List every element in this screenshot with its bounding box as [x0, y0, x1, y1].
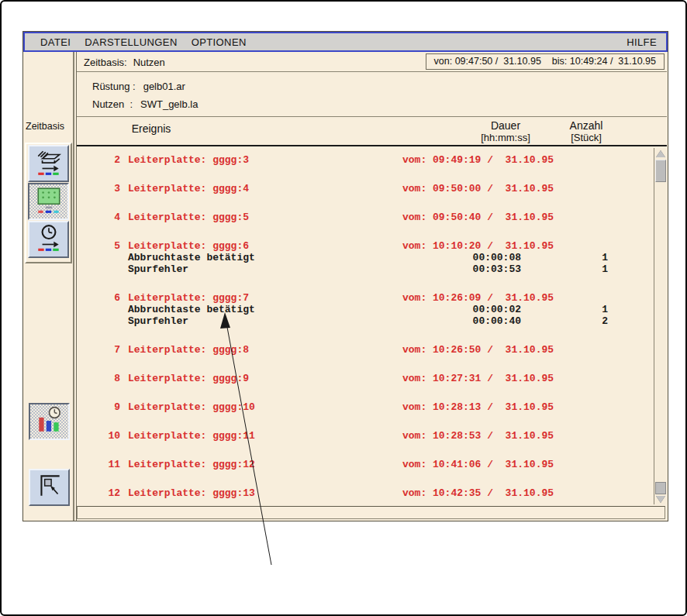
subevent-label: Spurfehler — [120, 263, 402, 275]
event-number: 11 — [77, 459, 120, 470]
event-count — [546, 373, 612, 384]
vertical-scrollbar[interactable] — [654, 148, 667, 504]
event-count — [546, 212, 612, 223]
clock-arrow-icon — [34, 223, 64, 256]
event-row[interactable]: 2 Leiterplatte: gggg:3 vom: 09:49:19 / 3… — [77, 154, 667, 166]
window-corner-icon — [35, 471, 64, 504]
event-name: Leiterplatte: gggg:10 — [120, 401, 402, 413]
event-subrow[interactable]: Abbruchtaste betätigt 00:00:08 1 — [77, 252, 667, 263]
window-restore-button[interactable] — [29, 469, 70, 506]
event-start-time: vom: 10:41:06 / 31.10.95 — [402, 459, 546, 470]
event-row[interactable]: 12 Leiterplatte: gggg:13 vom: 10:42:35 /… — [77, 487, 667, 499]
scrollbar-lower-block — [655, 482, 666, 494]
zeit-view-button[interactable] — [28, 221, 69, 258]
event-name: Leiterplatte: gggg:3 — [120, 154, 402, 166]
zeitbasis-button-group — [25, 143, 72, 263]
event-start-time: vom: 09:50:40 / 31.10.95 — [402, 212, 546, 223]
range-to: bis: 10:49:24 / 31.10.95 — [552, 56, 656, 67]
event-count — [546, 430, 612, 442]
event-start-time: vom: 09:49:19 / 31.10.95 — [402, 154, 546, 166]
event-number: 2 — [77, 154, 120, 166]
screenshot-frame: DATEI DARSTELLUNGEN OPTIONEN HILFE Zeitb… — [0, 0, 687, 616]
event-name: Leiterplatte: gggg:4 — [120, 183, 402, 194]
time-range-box: von: 09:47:50 / 31.10.95bis: 10:49:24 / … — [426, 53, 665, 70]
event-count — [546, 183, 612, 194]
statistics-button[interactable] — [29, 403, 70, 440]
event-list: 2 Leiterplatte: gggg:3 vom: 09:49:19 / 3… — [77, 148, 667, 504]
subevent-label: Spurfehler — [120, 315, 402, 327]
col-header-ereignis: Ereignis — [108, 122, 195, 135]
event-row[interactable]: 11 Leiterplatte: gggg:12 vom: 10:41:06 /… — [77, 459, 667, 470]
zeitbasis-row: Zeitbasis:Nutzen von: 09:47:50 / 31.10.9… — [77, 52, 667, 72]
menu-datei[interactable]: DATEI — [40, 36, 71, 48]
header-divider — [77, 145, 667, 146]
event-start-time: vom: 09:50:00 / 31.10.95 — [402, 183, 546, 194]
event-name: Leiterplatte: gggg:12 — [120, 459, 402, 470]
event-start-time: vom: 10:10:20 / 31.10.95 — [402, 240, 546, 252]
menu-hilfe[interactable]: HILFE — [627, 36, 657, 48]
ruestung-field: Rüstung :gelb01.ar — [92, 81, 185, 92]
event-count — [546, 344, 612, 356]
scroll-up-button[interactable] — [655, 149, 666, 159]
event-start-time: vom: 10:26:50 / 31.10.95 — [402, 344, 546, 356]
menu-darstellungen[interactable]: DARSTELLUNGEN — [85, 36, 177, 48]
event-number: 9 — [77, 401, 120, 413]
event-count — [546, 154, 612, 166]
menu-optionen[interactable]: OPTIONEN — [192, 36, 247, 48]
event-start-time: vom: 10:27:31 / 31.10.95 — [402, 373, 546, 384]
nutzen-view-button[interactable] — [28, 183, 69, 220]
event-number: 12 — [77, 487, 120, 499]
event-subrow[interactable]: Spurfehler 00:00:40 2 — [77, 315, 667, 327]
event-start-time: vom: 10:28:53 / 31.10.95 — [402, 430, 546, 442]
subevent-count: 1 — [546, 263, 612, 275]
zeitbasis-field: Zeitbasis:Nutzen — [84, 57, 165, 68]
event-count — [546, 292, 612, 304]
event-count — [546, 401, 612, 413]
app-window: DATEI DARSTELLUNGEN OPTIONEN HILFE Zeitb… — [22, 31, 668, 521]
status-bar — [77, 506, 665, 519]
subevent-duration: 00:03:53 — [402, 263, 546, 275]
event-row[interactable]: 5 Leiterplatte: gggg:6 vom: 10:10:20 / 3… — [77, 240, 667, 252]
event-number: 4 — [77, 212, 120, 223]
event-count — [546, 459, 612, 470]
pcb-board-icon — [34, 185, 64, 218]
subevent-count: 2 — [546, 315, 612, 327]
event-row[interactable]: 7 Leiterplatte: gggg:8 vom: 10:26:50 / 3… — [77, 344, 667, 356]
event-number: 3 — [77, 183, 120, 194]
event-name: Leiterplatte: gggg:11 — [120, 430, 402, 442]
scroll-down-button[interactable] — [655, 494, 666, 504]
event-row[interactable]: 3 Leiterplatte: gggg:4 vom: 09:50:00 / 3… — [77, 183, 667, 194]
event-row[interactable]: 8 Leiterplatte: gggg:9 vom: 10:27:31 / 3… — [77, 373, 667, 384]
event-row[interactable]: 4 Leiterplatte: gggg:5 vom: 09:50:40 / 3… — [77, 212, 667, 223]
subevent-label: Abbruchtaste betätigt — [120, 304, 402, 315]
menu-bar: DATEI DARSTELLUNGEN OPTIONEN HILFE — [23, 32, 668, 52]
event-number: 7 — [77, 344, 120, 356]
subevent-count: 1 — [546, 252, 612, 263]
ruestung-view-button[interactable] — [28, 145, 69, 182]
scrollbar-thumb[interactable] — [655, 160, 666, 182]
event-name: Leiterplatte: gggg:6 — [120, 240, 402, 252]
up-arrow-icon — [656, 150, 665, 157]
event-name: Leiterplatte: gggg:5 — [120, 212, 402, 223]
event-subrow[interactable]: Spurfehler 00:03:53 1 — [77, 263, 667, 275]
event-start-time: vom: 10:42:35 / 31.10.95 — [402, 487, 546, 499]
event-number: 5 — [77, 240, 120, 252]
event-subrow[interactable]: Abbruchtaste betätigt 00:00:02 1 — [77, 304, 667, 315]
content-panel: Zeitbasis:Nutzen von: 09:47:50 / 31.10.9… — [76, 52, 668, 521]
stack-arrow-icon — [34, 147, 64, 180]
event-name: Leiterplatte: gggg:13 — [120, 487, 402, 499]
header-box: Zeitbasis:Nutzen von: 09:47:50 / 31.10.9… — [77, 52, 667, 117]
event-name: Leiterplatte: gggg:9 — [120, 373, 402, 384]
event-row[interactable]: 6 Leiterplatte: gggg:7 vom: 10:26:09 / 3… — [77, 292, 667, 304]
down-arrow-icon — [656, 496, 665, 503]
nutzen-field: Nutzen :SWT_gelb.la — [92, 98, 198, 110]
event-start-time: vom: 10:26:09 / 31.10.95 — [402, 292, 546, 304]
event-count — [546, 487, 612, 499]
event-start-time: vom: 10:28:13 / 31.10.95 — [402, 401, 546, 413]
event-row[interactable]: 9 Leiterplatte: gggg:10 vom: 10:28:13 / … — [77, 401, 667, 413]
event-row[interactable]: 10 Leiterplatte: gggg:11 vom: 10:28:53 /… — [77, 430, 667, 442]
bar-chart-clock-icon — [35, 405, 64, 438]
column-headers: Ereignis Dauer[hh:mm:ss] Anzahl[Stück] — [77, 118, 667, 146]
event-number: 6 — [77, 292, 120, 304]
sidebar: Zeitbasis — [23, 52, 74, 521]
